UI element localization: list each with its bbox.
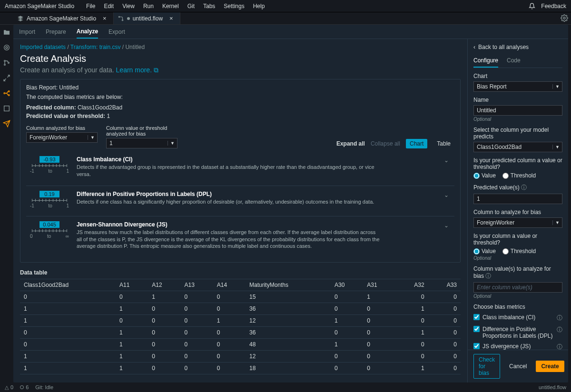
bias-report-panel: Bias Report: Untitled The computed bias … [20,79,461,263]
radio-value-1[interactable]: Value [473,172,496,179]
tab-studio[interactable]: Amazon SageMaker Studio × [13,12,114,24]
flow-tab-import[interactable]: Import [19,26,35,38]
flow-tab-export[interactable]: Export [108,26,125,38]
menu-edit[interactable]: Edit [104,3,114,10]
chevron-down-icon[interactable]: ⌄ [441,221,452,250]
chart-toggle[interactable]: Chart [406,139,427,148]
expand-all-button[interactable]: Expand all [336,140,365,147]
menu-view[interactable]: View [122,3,135,10]
report-subtitle: The computed bias metrics are below: [26,94,454,100]
breadcrumb-a[interactable]: Imported datasets [20,44,66,50]
chart-select[interactable]: Bias Report▼ [473,81,562,92]
radio-value-2[interactable]: Value [473,248,496,255]
col-header[interactable]: A11 [116,279,148,291]
report-title: Bias Report: Untitled [26,84,454,91]
target-icon[interactable] [3,44,10,51]
svg-point-5 [4,60,6,62]
menu-help[interactable]: Help [253,3,265,10]
box-icon[interactable] [3,105,10,112]
data-table-wrap[interactable]: Class1Good2BadA11A12A13A14MaturityMonths… [20,279,461,378]
metric-row: -0.93 -1to1 Class Imbalance (CI) Detects… [26,151,454,186]
radio-threshold-2[interactable]: Threshold [502,248,536,255]
stat-b: 6 [20,384,29,390]
git-status: Git: Idle [35,384,53,390]
metric-title: Jensen-Shannon Divergence (JS) [77,221,381,228]
name-input[interactable] [473,105,562,116]
svg-point-0 [118,16,119,17]
col-header[interactable]: A13 [181,279,213,291]
menu-file[interactable]: File [86,3,95,10]
command-icon[interactable] [3,74,10,82]
info-icon[interactable]: ⓘ [557,314,562,322]
tab-configure[interactable]: Configure [473,55,498,68]
flow-tab-analyze[interactable]: Analyze [77,25,98,39]
pred-values-input[interactable] [473,194,562,204]
table-toggle[interactable]: Table [433,139,454,148]
back-link[interactable]: ‹ Back to all analyses [473,44,562,50]
create-button[interactable]: Create [536,361,564,372]
tab-studio-label: Amazon SageMaker Studio [27,15,96,22]
breadcrumb-b[interactable]: Transform: train.csv [70,44,121,50]
feedback-link[interactable]: Feedback [541,3,566,10]
col-bias-select-r[interactable]: ForeignWorker▼ [473,217,562,228]
col-header[interactable]: A32 [395,279,428,291]
status-file: untitled.flow [539,384,566,390]
predict-col-select[interactable]: Class1Good2Bad▼ [473,142,562,152]
col-header[interactable]: MaturityMonths [246,279,331,291]
info-icon[interactable]: ⓘ [485,273,491,279]
metric-row: 0.045 0to∞ Jensen-Shannon Divergence (JS… [26,216,454,258]
close-icon[interactable]: × [169,15,173,22]
col-header[interactable]: A31 [363,279,395,291]
tab-flow-label: untitled.flow [133,15,163,22]
info-icon[interactable]: ⓘ [557,326,562,334]
menu-run[interactable]: Run [143,3,154,10]
chevron-down-icon[interactable]: ⌄ [441,156,452,178]
svg-point-10 [8,95,10,96]
check-bias-button[interactable]: Check for bias [473,354,500,379]
metric-title: Difference in Positive Proportions in La… [77,191,374,197]
menu-settings[interactable]: Settings [224,3,244,10]
metric-desc: Detects if one class has a significantly… [77,198,374,206]
gear-icon[interactable] [561,14,568,22]
col-header[interactable]: A12 [148,279,180,291]
col-header[interactable]: Class1Good2Bad [20,279,116,291]
chk-dpl[interactable] [473,326,480,332]
info-icon[interactable]: ⓘ [557,343,562,350]
chk-ci[interactable] [473,314,480,320]
cancel-button[interactable]: Cancel [504,361,532,372]
table-row: 11000360010 [20,303,461,315]
collapse-all-button[interactable]: Collapse all [371,140,400,147]
info-icon[interactable]: ⓘ [521,184,527,191]
folder-icon[interactable] [3,29,10,36]
git-icon[interactable] [3,59,10,67]
menubar: Amazon SageMaker Studio File Edit View R… [0,0,571,12]
metric-value: 0.045 [39,221,59,228]
flow-tab-prepare[interactable]: Prepare [46,26,66,38]
col-header[interactable]: A33 [428,279,461,291]
tab-code[interactable]: Code [507,55,521,68]
notifications-icon[interactable] [529,3,535,10]
menu-tabs[interactable]: Tabs [203,3,215,10]
radio-threshold-1[interactable]: Threshold [502,172,536,179]
col-values-input[interactable] [473,282,562,293]
learn-more-link[interactable]: Learn more. ⧉ [116,66,158,74]
svg-point-7 [8,62,10,64]
chk-js[interactable] [473,343,480,349]
send-icon[interactable] [3,120,10,127]
svg-point-3 [4,45,10,50]
data-table-title: Data table [20,269,461,276]
workflow-icon[interactable] [3,89,10,97]
unsaved-dot-icon [127,17,130,20]
col-header[interactable]: A30 [331,279,363,291]
menu-kernel[interactable]: Kernel [162,3,179,10]
tab-flow[interactable]: untitled.flow × [114,12,180,24]
table-row: 01000481000 [20,339,461,351]
menu-git[interactable]: Git [187,3,195,10]
status-bar: △0 6 Git: Idle untitled.flow [0,382,571,392]
col-header[interactable]: A14 [213,279,246,291]
svg-point-6 [4,64,6,66]
chevron-down-icon[interactable]: ⌄ [441,191,452,208]
close-icon[interactable]: × [103,15,107,22]
table-row: 00100150100 [20,291,461,303]
col-bias-label: Column analyzed for bias [26,125,98,131]
